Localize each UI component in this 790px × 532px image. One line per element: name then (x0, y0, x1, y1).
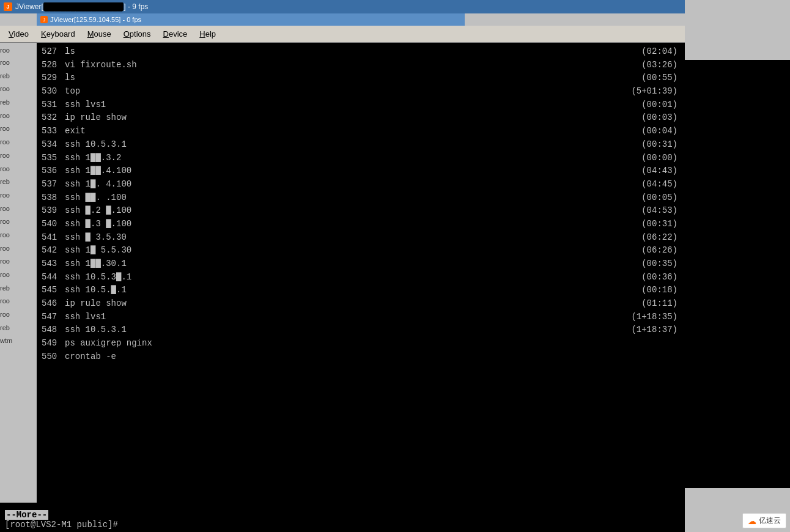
menu-video[interactable]: Video (2, 28, 35, 40)
line-time: (1+18:37) (613, 323, 680, 337)
line-number: 550 (42, 350, 65, 364)
left-label: roo (0, 242, 37, 255)
left-label: roo (0, 202, 37, 215)
table-row: 540ssh █.3 █.100(00:31) (42, 218, 680, 231)
left-label: wtm (0, 334, 37, 348)
more-indicator: --More-- (5, 510, 48, 520)
left-label: roo (0, 149, 37, 163)
line-command: ip rule show (65, 111, 613, 125)
table-row: 535ssh 1██.3.2(00:00) (42, 152, 680, 165)
left-label: roo (0, 122, 37, 136)
line-time: (00:00) (613, 152, 680, 165)
cloud-icon: ☁ (748, 516, 756, 526)
left-label: reb (0, 175, 37, 189)
table-row: 538ssh ██. .100(00:05) (42, 191, 680, 205)
watermark: ☁ 亿速云 (742, 513, 786, 528)
line-time: (01:11) (613, 297, 680, 311)
more-line: --More-- (5, 510, 680, 520)
line-command: ssh 1██.30.1 (65, 257, 613, 271)
line-number: 527 (42, 45, 65, 59)
line-number: 549 (42, 337, 65, 350)
left-labels: rooroorebroorebroorooroorooroorebrooroor… (0, 43, 37, 520)
line-number: 546 (42, 297, 65, 311)
terminal[interactable]: 527ls(02:04)528vi fixroute.sh(03:26)529l… (37, 43, 685, 520)
left-label: reb (0, 321, 37, 334)
line-command: ssh 10.5.3.1 (65, 138, 613, 152)
line-command: ssh 10.5.3█.1 (65, 271, 613, 284)
line-command: ssh █.2 █.100 (65, 204, 613, 218)
line-time: (00:01) (613, 98, 680, 112)
table-row: 528vi fixroute.sh(03:26) (42, 59, 680, 72)
table-row: 549ps auxigrep nginx (42, 337, 680, 350)
menu-options[interactable]: Options (117, 28, 157, 40)
line-command: top (65, 85, 613, 98)
line-time: (00:36) (613, 271, 680, 284)
left-label: reb (0, 69, 37, 83)
line-time: (5+01:39) (613, 85, 680, 98)
line-number: 530 (42, 85, 65, 98)
left-label: roo (0, 56, 37, 70)
line-number: 534 (42, 138, 65, 152)
line-time (613, 337, 680, 350)
line-time: (00:35) (613, 257, 680, 271)
left-label: roo (0, 162, 37, 175)
line-number: 535 (42, 152, 65, 165)
menu-device[interactable]: Device (157, 28, 194, 40)
line-command: ssh 1█. 4.100 (65, 178, 613, 191)
line-command: ps auxigrep nginx (65, 337, 613, 350)
line-time: (06:22) (613, 231, 680, 245)
jviewer-icon-inner: J (40, 16, 48, 23)
table-row: 527ls(02:04) (42, 45, 680, 59)
line-number: 541 (42, 231, 65, 245)
line-number: 529 (42, 72, 65, 85)
left-label: roo (0, 308, 37, 322)
title-outer-text: JViewer[███████████████] - 9 fps (15, 2, 148, 11)
line-command: ip rule show (65, 297, 613, 311)
line-time: (00:05) (613, 191, 680, 205)
line-command: ssh 10.5.█.1 (65, 284, 613, 297)
prompt-line: [root@LVS2-M1 public]# (5, 520, 680, 530)
line-time: (03:26) (613, 59, 680, 72)
menu-help[interactable]: Help (193, 28, 222, 40)
right-panel-times (685, 60, 790, 488)
line-number: 533 (42, 125, 65, 138)
table-row: 546ip rule show(01:11) (42, 297, 680, 311)
left-label: roo (0, 229, 37, 242)
title-inner-text: JViewer[125.59.104.55] - 0 fps (50, 16, 141, 23)
line-time: (00:04) (613, 125, 680, 138)
line-time: (00:55) (613, 72, 680, 85)
table-row: 544ssh 10.5.3█.1(00:36) (42, 271, 680, 284)
line-command: exit (65, 125, 613, 138)
line-command: crontab -e (65, 350, 613, 364)
line-time: (00:18) (613, 284, 680, 297)
line-time: (1+18:35) (613, 311, 680, 324)
left-label: roo (0, 189, 37, 202)
line-number: 528 (42, 59, 65, 72)
left-label: roo (0, 136, 37, 149)
line-number: 545 (42, 284, 65, 297)
line-number: 531 (42, 98, 65, 112)
title-bar-inner: J JViewer[125.59.104.55] - 0 fps (37, 13, 465, 26)
jviewer-icon: J (4, 2, 12, 11)
left-label: reb (0, 281, 37, 295)
menu-keyboard[interactable]: Keyboard (35, 28, 81, 40)
table-row: 541ssh █ 3.5.30(06:22) (42, 231, 680, 245)
left-label: roo (0, 268, 37, 282)
menu-mouse[interactable]: Mouse (81, 28, 117, 40)
line-time: (04:45) (613, 178, 680, 191)
line-number: 539 (42, 204, 65, 218)
line-number: 532 (42, 111, 65, 125)
table-row: 543ssh 1██.30.1(00:35) (42, 257, 680, 271)
bottom-bar: --More-- [root@LVS2-M1 public]# (0, 503, 685, 532)
line-time: (04:43) (613, 164, 680, 178)
line-number: 536 (42, 164, 65, 178)
line-time: (06:26) (613, 244, 680, 257)
menu-bar: Video Keyboard Mouse Options Device Help (0, 26, 685, 43)
line-command: ssh 1██.4.100 (65, 164, 613, 178)
line-number: 540 (42, 218, 65, 231)
line-command: ssh █.3 █.100 (65, 218, 613, 231)
table-row: 534ssh 10.5.3.1(00:31) (42, 138, 680, 152)
line-time: (02:04) (613, 45, 680, 59)
line-time (613, 350, 680, 364)
line-command: vi fixroute.sh (65, 59, 613, 72)
